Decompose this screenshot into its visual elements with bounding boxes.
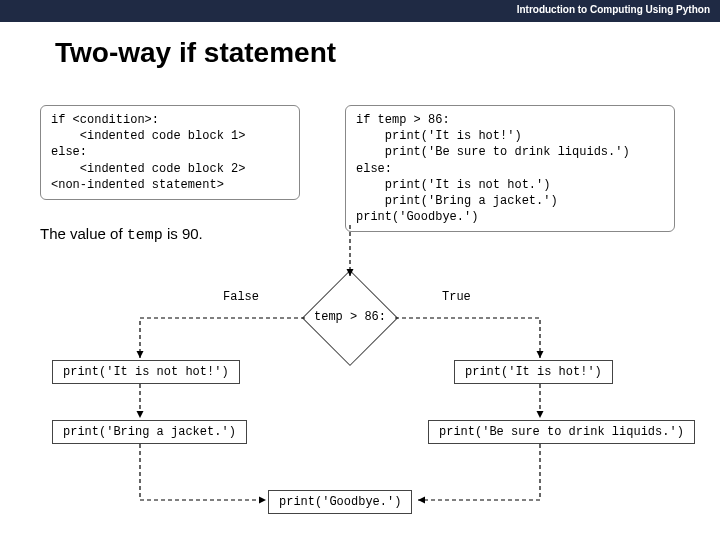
course-label: Introduction to Computing Using Python xyxy=(517,4,710,15)
node-right1: print('It is hot!') xyxy=(454,360,613,384)
value-sentence: The value of temp is 90. xyxy=(40,225,203,244)
code-template-box: if <condition>: <indented code block 1> … xyxy=(40,105,300,200)
node-left2: print('Bring a jacket.') xyxy=(52,420,247,444)
slide-title: Two-way if statement xyxy=(55,37,720,69)
header-bar: Introduction to Computing Using Python xyxy=(0,0,720,22)
decision-diamond: temp > 86: xyxy=(302,270,398,366)
node-right2: print('Be sure to drink liquids.') xyxy=(428,420,695,444)
true-label: True xyxy=(442,290,471,304)
false-label: False xyxy=(223,290,259,304)
node-left1: print('It is not hot!') xyxy=(52,360,240,384)
condition-label: temp > 86: xyxy=(302,310,398,324)
node-final: print('Goodbye.') xyxy=(268,490,412,514)
code-example-box: if temp > 86: print('It is hot!') print(… xyxy=(345,105,675,232)
